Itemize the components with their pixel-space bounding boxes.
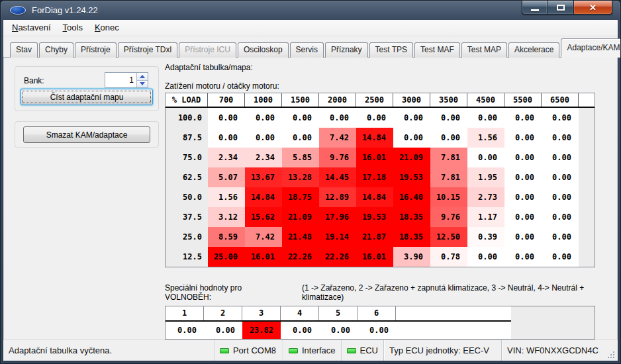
- map-cell: 0.00: [467, 247, 504, 267]
- status-message: Adaptační tabulka vyčtena.: [3, 340, 214, 361]
- map-cell: 3.90: [393, 247, 430, 267]
- map-row-label: 50.0: [166, 187, 208, 207]
- idle-column-header: 1: [166, 306, 204, 320]
- menu-item-tools[interactable]: Tools: [57, 21, 89, 34]
- tab-osciloskop[interactable]: Osciloskop: [238, 42, 289, 58]
- idle-data-filler: [511, 322, 595, 339]
- map-cell: 0.00: [542, 187, 579, 207]
- spin-down-button[interactable]: [137, 81, 148, 88]
- map-cell: 1.95: [467, 167, 504, 187]
- map-title: Adaptační tabulka/mapa:: [165, 63, 617, 72]
- tab-servis[interactable]: Servis: [290, 42, 324, 58]
- idle-column-header: 3: [242, 306, 281, 320]
- tab-pristroje-icu: Přístroje ICU: [179, 42, 236, 58]
- map-cell: 16.01: [356, 148, 393, 167]
- map-cell: 17.18: [356, 167, 393, 187]
- map-cell: 1.56: [467, 128, 504, 148]
- clear-kam-button[interactable]: Smazat KAM/adaptace: [23, 126, 150, 143]
- map-cell: 0.00: [542, 167, 579, 187]
- map-cell: 0.00: [504, 227, 542, 247]
- map-cell: 2.34: [245, 148, 282, 167]
- idle-column-header: 6: [358, 306, 396, 320]
- map-row-label: 37.5: [166, 207, 208, 227]
- map-cell: 0.00: [467, 108, 504, 128]
- map-cell: 17.96: [319, 207, 356, 227]
- status-ecu-type: Typ ECU jednotky: EEC-V: [383, 340, 501, 361]
- tab-pristroje-tdxl[interactable]: Přístroje TDxl: [118, 42, 177, 58]
- bank-input[interactable]: [105, 73, 136, 87]
- map-cell: 14.84: [245, 187, 282, 207]
- tab-stav[interactable]: Stav: [10, 42, 38, 58]
- tab-test-map[interactable]: Test MAP: [461, 42, 507, 58]
- minimize-button[interactable]: [522, 1, 548, 15]
- map-cell: 14.84: [356, 187, 393, 207]
- map-cell: 12.89: [319, 187, 356, 207]
- map-column-header: 5500: [504, 93, 542, 107]
- tab-priznaky[interactable]: Příznaky: [325, 42, 368, 58]
- map-area: Adaptační tabulka/mapa: Zatížení motoru …: [165, 58, 617, 340]
- tab-pristroje[interactable]: Přístroje: [75, 42, 117, 58]
- idle-header-filler: [511, 306, 595, 322]
- minimize-icon: [531, 9, 539, 11]
- map-cell: 0.00: [467, 148, 504, 167]
- map-row: 50.01.5614.8418.7512.8914.8416.4010.152.…: [166, 187, 595, 207]
- map-row-label: 87.5: [166, 128, 208, 148]
- tab-chyby[interactable]: Chyby: [39, 42, 73, 58]
- map-cell: 0.00: [542, 148, 579, 167]
- idle-cell: 0.00: [204, 322, 242, 339]
- status-indicator-port-com8: Port COM8: [214, 340, 283, 361]
- window-controls: ✕: [522, 1, 612, 15]
- map-cell: 0.00: [430, 128, 467, 148]
- idle-caption-row: Speciální hodnoty pro VOLNOBĚH: (1 -> Za…: [165, 283, 617, 302]
- bank-spinner[interactable]: [105, 72, 148, 88]
- map-cell: 12.50: [430, 227, 467, 247]
- resize-grip[interactable]: [606, 349, 616, 358]
- map-cell: 16.01: [245, 247, 282, 267]
- idle-header-row: 123456: [166, 306, 595, 322]
- map-column-header: 2000: [319, 93, 356, 107]
- idle-data-cells: 0.000.0023.820.000.000.00: [166, 322, 511, 339]
- map-cell: 21.87: [356, 227, 393, 247]
- clear-groupbox: Smazat KAM/adaptace: [15, 121, 159, 148]
- tab-adaptace-kam[interactable]: Adaptace/KAM: [561, 38, 621, 58]
- status-vin: VIN: WF0NXXGCDN4C: [501, 340, 618, 361]
- map-cell: 7.42: [319, 128, 356, 148]
- map-cell: 7.81: [430, 148, 467, 167]
- chevron-up-icon: [140, 75, 145, 78]
- led-icon-green: [347, 348, 356, 353]
- ford-logo-icon: [10, 6, 26, 15]
- map-cell: 22.26: [319, 247, 356, 267]
- title-bar[interactable]: ForDiag v1.24.22 ✕: [3, 1, 618, 20]
- map-cell: 0.00: [504, 128, 542, 148]
- map-cell: 0.00: [542, 227, 579, 247]
- idle-cell: 0.00: [166, 322, 204, 339]
- map-header-filler: [579, 93, 595, 107]
- idle-legend: (1 -> Zařazeno, 2 -> Zařazeno + zapnutá …: [302, 283, 617, 302]
- app-window: ForDiag v1.24.22 ✕ NastaveníToolsKonec S…: [0, 0, 621, 364]
- map-cell: 16.01: [356, 247, 393, 267]
- map-row-filler: [579, 148, 595, 167]
- close-button[interactable]: ✕: [573, 1, 612, 15]
- map-cell: 2.73: [467, 187, 504, 207]
- menu-item-konec[interactable]: Konec: [89, 21, 125, 34]
- map-cell: 1.56: [208, 187, 245, 207]
- map-cell: 0.00: [504, 167, 542, 187]
- tab-test-maf[interactable]: Test MAF: [414, 42, 460, 58]
- menu-item-nastaveni[interactable]: Nastavení: [6, 21, 57, 34]
- map-row-filler: [579, 108, 595, 128]
- map-cell: 19.14: [319, 227, 356, 247]
- tab-test-tps[interactable]: Test TPS: [369, 42, 413, 58]
- idle-data-row: 0.000.0023.820.000.000.00: [166, 322, 595, 339]
- idle-values-table: 1234560.000.0023.820.000.000.00: [165, 306, 595, 340]
- tab-akcelerace[interactable]: Akcelerace: [508, 42, 559, 58]
- map-row-label: 25.0: [166, 227, 208, 247]
- map-cell: 0.00: [208, 128, 245, 148]
- status-bar: Adaptační tabulka vyčtena. Port COM8Inte…: [3, 340, 618, 361]
- read-adaptation-map-button[interactable]: Číst adaptační mapu: [21, 89, 153, 105]
- map-column-header: 6500: [542, 93, 579, 107]
- maximize-button[interactable]: [548, 1, 573, 15]
- spin-up-button[interactable]: [137, 73, 148, 81]
- map-row: 62.55.0713.6713.2814.4517.1819.537.811.9…: [166, 167, 595, 187]
- status-indicator-label: Interface: [302, 345, 336, 355]
- map-cell: 0.00: [393, 108, 430, 128]
